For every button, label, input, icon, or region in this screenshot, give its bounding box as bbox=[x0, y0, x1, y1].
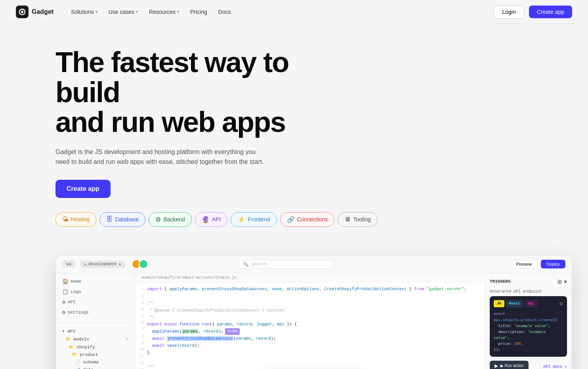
tree-product[interactable]: 📁 product bbox=[56, 351, 135, 358]
run-action-button[interactable]: ▶ ▶ Run action bbox=[490, 361, 529, 369]
sidebar-item-settings[interactable]: ⚙ Settings bbox=[56, 307, 135, 318]
code-content: import { applyParams, preventCrossShopDa… bbox=[147, 286, 485, 369]
dark-code-line-1: await api.shopify.product.create({ bbox=[494, 310, 563, 322]
resources-chevron-icon: ▾ bbox=[177, 10, 179, 14]
tooling-icon: 🖥 bbox=[344, 216, 351, 223]
code-area: 1234567891011121314151617181920212223 im… bbox=[135, 283, 485, 369]
navbar: Gadget Solutions ▾ Use cases ▾ Resources… bbox=[0, 0, 588, 24]
code-line-4: * @param { CreateShopifyProductActionCon… bbox=[147, 307, 478, 314]
hero-cta-button[interactable]: Create app bbox=[55, 180, 111, 198]
api-docs-link[interactable]: API docs ↗ bbox=[543, 364, 567, 369]
code-line-7: applyParams(params, record);Aimée bbox=[147, 328, 478, 335]
add-trigger-button[interactable]: ⊕ ▾ bbox=[557, 278, 567, 285]
hero-section: The fastest way to build and run web app… bbox=[0, 24, 588, 255]
logo[interactable]: Gadget bbox=[16, 6, 53, 18]
tab-connections[interactable]: 🔗 Connections bbox=[280, 212, 335, 227]
feature-tabs: 🌤 Hosting 🗄 Database ⚙ Backend 🔮 API ⚡ F… bbox=[55, 212, 572, 227]
tab-hosting[interactable]: 🌤 Hosting bbox=[55, 212, 96, 227]
lang-tab-js[interactable]: JS bbox=[494, 300, 504, 307]
logo-text: Gadget bbox=[32, 8, 53, 15]
deploy-button[interactable]: Deploy bbox=[541, 260, 565, 268]
frontend-icon: ⚡ bbox=[237, 216, 245, 223]
svg-point-2 bbox=[21, 11, 23, 13]
code-line-6: export async function run({ params, reco… bbox=[147, 321, 478, 328]
sidebar-divider bbox=[56, 322, 135, 323]
code-line-10: } bbox=[147, 350, 478, 357]
search-icon: 🔍 bbox=[243, 262, 249, 267]
ide-editor: models/shopify/product/actions/create.js… bbox=[135, 273, 485, 369]
tab-database[interactable]: 🗄 Database bbox=[99, 212, 145, 227]
tab-frontend[interactable]: ⚡ Frontend bbox=[231, 212, 277, 227]
code-line-2 bbox=[147, 293, 478, 300]
tree-shopify[interactable]: 📁 shopify bbox=[56, 343, 135, 351]
tab-tooling[interactable]: 🖥 Tooling bbox=[338, 212, 377, 227]
code-line-11 bbox=[147, 357, 478, 364]
lang-tab-gql[interactable]: GQL bbox=[525, 300, 537, 307]
nav-docs[interactable]: Docs bbox=[214, 6, 236, 17]
sidebar-tree: ▾ API 📁 models + 📁 shopify 📁 product 📄 s… bbox=[56, 324, 135, 369]
login-button[interactable]: Login bbox=[494, 5, 524, 19]
code-line-9: await save(record); bbox=[147, 342, 478, 350]
ide-body: 🏠 Home 📋 Logs ⚙ API ⚙ Settings bbox=[56, 273, 572, 369]
settings-icon: ⚙ bbox=[62, 309, 65, 316]
code-line-5: */ bbox=[147, 314, 478, 321]
hosting-icon: 🌤 bbox=[62, 216, 69, 223]
sidebar-item-api[interactable]: ⚙ API bbox=[56, 297, 135, 307]
dark-code-line-2: title: "example value", bbox=[494, 323, 563, 329]
tab-api[interactable]: 🔮 API bbox=[195, 212, 228, 227]
ide-screenshot: va ↳ development ▾ 🔍 search Preview Depl… bbox=[55, 255, 572, 369]
editor-filepath: models/shopify/product/actions/create.js bbox=[135, 273, 485, 283]
tree-data[interactable]: 📊 data bbox=[56, 366, 135, 369]
ide-topbar: va ↳ development ▾ 🔍 search Preview Depl… bbox=[56, 256, 572, 273]
avatar-2 bbox=[139, 259, 148, 269]
sidebar-item-logs[interactable]: 📋 Logs bbox=[56, 287, 135, 297]
tree-schema[interactable]: 📄 schema bbox=[56, 358, 135, 366]
api-endpoint-label: Generated API endpoint bbox=[490, 289, 567, 294]
branch-badge: ↳ development ▾ bbox=[80, 261, 125, 268]
api-code-block: JS React GQL ⧉ await api.shopify.product… bbox=[490, 296, 567, 357]
panel-header: TRIGGERS ⊕ ▾ bbox=[490, 278, 567, 285]
hero-description: Gadget is the JS development and hosting… bbox=[55, 147, 269, 167]
tree-models[interactable]: 📁 models + bbox=[56, 335, 135, 343]
dark-code-content: await api.shopify.product.create({ title… bbox=[494, 310, 563, 352]
preview-button[interactable]: Preview bbox=[510, 260, 538, 268]
nav-solutions[interactable]: Solutions ▾ bbox=[66, 6, 102, 17]
sidebar-item-home[interactable]: 🏠 Home bbox=[56, 276, 135, 287]
add-model-icon[interactable]: + bbox=[125, 336, 128, 342]
lang-tabs: JS React GQL ⧉ bbox=[494, 300, 563, 307]
use-cases-chevron-icon: ▾ bbox=[136, 10, 138, 14]
ide-right-panel: TRIGGERS ⊕ ▾ Generated API endpoint JS R… bbox=[485, 273, 572, 369]
ide-sidebar: 🏠 Home 📋 Logs ⚙ API ⚙ Settings bbox=[56, 273, 135, 369]
database-icon: 🗄 bbox=[106, 216, 113, 223]
logs-icon: 📋 bbox=[62, 289, 69, 295]
code-line-12: /** bbox=[147, 364, 478, 369]
nav-pricing[interactable]: Pricing bbox=[185, 6, 212, 17]
home-icon: 🏠 bbox=[62, 278, 69, 285]
ide-action-buttons: Preview Deploy bbox=[510, 260, 565, 268]
ide-search[interactable]: 🔍 search bbox=[239, 260, 334, 269]
copy-code-button[interactable]: ⧉ bbox=[559, 301, 563, 306]
dark-code-line-3: description: "example value", bbox=[494, 329, 563, 340]
env-badge: va bbox=[62, 261, 75, 268]
connections-icon: 🔗 bbox=[287, 216, 295, 223]
api-icon: 🔮 bbox=[202, 216, 210, 223]
triggers-label: TRIGGERS bbox=[490, 279, 511, 284]
lang-tab-react[interactable]: React bbox=[506, 300, 523, 307]
code-line-8: await preventCrossShopDataAccess(params,… bbox=[147, 335, 478, 342]
tab-backend[interactable]: ⚙ Backend bbox=[149, 212, 191, 227]
line-numbers: 1234567891011121314151617181920212223 bbox=[135, 286, 147, 369]
nav-right: Login Create app bbox=[494, 5, 572, 19]
search-placeholder: search bbox=[251, 262, 267, 266]
hero-headline: The fastest way to build and run web app… bbox=[55, 48, 341, 137]
dark-code-line-4: price: 100, bbox=[494, 340, 563, 346]
dark-code-line-5: }); bbox=[494, 346, 563, 352]
tree-api-section[interactable]: ▾ API bbox=[56, 327, 135, 335]
code-line-1: import { applyParams, preventCrossShopDa… bbox=[147, 286, 478, 293]
code-line-3: /** bbox=[147, 300, 478, 307]
create-app-nav-button[interactable]: Create app bbox=[529, 6, 572, 18]
backend-icon: ⚙ bbox=[155, 216, 161, 223]
avatars bbox=[132, 259, 148, 269]
run-row: ▶ ▶ Run action API docs ↗ bbox=[490, 361, 567, 369]
nav-use-cases[interactable]: Use cases ▾ bbox=[104, 6, 143, 17]
nav-resources[interactable]: Resources ▾ bbox=[144, 6, 184, 17]
